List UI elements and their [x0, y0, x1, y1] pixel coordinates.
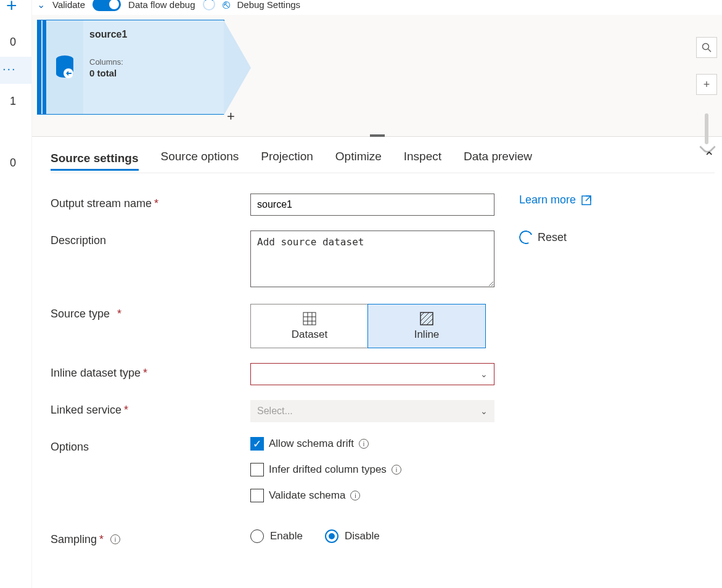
- validate-schema-label: Validate schema: [269, 489, 345, 502]
- tab-optimize[interactable]: Optimize: [335, 150, 382, 165]
- more-icon: ···: [2, 62, 17, 76]
- svg-line-12: [420, 312, 424, 316]
- rail-count-1: 1: [10, 95, 16, 108]
- external-link-icon: [581, 195, 592, 206]
- source-node-columns-value: 0 total: [89, 68, 218, 78]
- debug-settings-icon[interactable]: ⎋: [223, 0, 230, 12]
- debug-toggle-label: Data flow debug: [128, 0, 195, 10]
- reset-button[interactable]: Reset: [519, 231, 567, 244]
- tab-projection[interactable]: Projection: [261, 150, 313, 165]
- infer-types-label: Infer drifted column types: [269, 463, 387, 476]
- validate-schema-checkbox[interactable]: [250, 489, 264, 502]
- svg-line-15: [427, 319, 433, 325]
- learn-more-link[interactable]: Learn more: [519, 194, 592, 206]
- reset-icon: [517, 229, 535, 246]
- chevron-down-icon: ⌄: [480, 406, 488, 416]
- options-label: Options: [51, 437, 250, 454]
- svg-line-14: [422, 314, 433, 325]
- allow-schema-drift-checkbox[interactable]: ✓: [250, 437, 264, 451]
- info-icon[interactable]: i: [110, 534, 120, 544]
- output-stream-name-input[interactable]: [250, 194, 494, 216]
- database-icon: [54, 55, 75, 80]
- linked-service-label: Linked service*: [51, 400, 250, 417]
- infer-types-checkbox[interactable]: [250, 463, 264, 476]
- sampling-disable-label: Disable: [345, 530, 380, 542]
- settings-tabs: Source settings Source options Projectio…: [51, 149, 715, 173]
- add-icon[interactable]: +: [6, 0, 17, 16]
- source-node-title: source1: [89, 29, 218, 40]
- source-type-inline-option[interactable]: Inline: [367, 304, 486, 348]
- debug-settings-button[interactable]: Debug Settings: [237, 0, 301, 10]
- tab-data-preview[interactable]: Data preview: [464, 150, 532, 165]
- info-icon[interactable]: i: [359, 439, 369, 449]
- collapse-panel-icon[interactable]: ⌃: [704, 149, 715, 165]
- validate-button[interactable]: Validate: [52, 0, 85, 10]
- output-stream-name-label: Output stream name*: [51, 194, 250, 210]
- dataflow-debug-toggle[interactable]: [92, 0, 121, 11]
- info-icon[interactable]: i: [392, 465, 401, 475]
- description-input[interactable]: [250, 231, 494, 287]
- source-node[interactable]: source1 Columns: 0 total: [37, 20, 224, 115]
- canvas-search-button[interactable]: [696, 37, 717, 58]
- svg-rect-6: [303, 312, 316, 325]
- allow-schema-drift-label: Allow schema drift: [269, 438, 354, 450]
- svg-line-3: [708, 49, 712, 52]
- inline-hatch-icon: [419, 311, 434, 326]
- spinner-icon: [203, 0, 215, 10]
- validate-chevron-icon[interactable]: ⌄: [37, 0, 45, 10]
- dataset-grid-icon: [302, 311, 317, 326]
- dataflow-canvas[interactable]: source1 Columns: 0 total + +: [32, 15, 722, 137]
- chevron-down-icon: ⌄: [480, 369, 488, 379]
- source-type-dataset-option[interactable]: Dataset: [251, 304, 368, 348]
- left-rail: + 0 ··· 1 0: [0, 0, 32, 588]
- svg-point-2: [703, 44, 709, 50]
- tab-source-settings[interactable]: Source settings: [51, 152, 139, 171]
- inline-dataset-type-dropdown[interactable]: ⌄: [250, 363, 494, 385]
- linked-service-dropdown[interactable]: Select... ⌄: [250, 400, 494, 422]
- source-type-label: Source type*: [51, 304, 250, 321]
- sampling-label: Sampling* i: [51, 529, 250, 546]
- inline-dataset-type-label: Inline dataset type*: [51, 363, 250, 380]
- zoom-slider[interactable]: [705, 113, 708, 144]
- description-label: Description: [51, 231, 250, 247]
- tab-inspect[interactable]: Inspect: [404, 150, 441, 165]
- tab-source-options[interactable]: Source options: [161, 150, 239, 165]
- svg-line-13: [420, 312, 429, 321]
- rail-count-0: 0: [10, 36, 16, 49]
- panel-resize-handle[interactable]: [370, 134, 385, 137]
- source-settings-form: Output stream name* Learn more Descripti…: [51, 185, 722, 546]
- info-icon[interactable]: i: [350, 491, 360, 500]
- source-type-segmented: Dataset Inline: [250, 304, 486, 348]
- canvas-zoom-in-button[interactable]: +: [696, 74, 717, 95]
- source-node-columns-label: Columns:: [89, 57, 218, 67]
- add-node-icon[interactable]: +: [227, 108, 235, 125]
- rail-selected-item[interactable]: ···: [0, 57, 32, 84]
- rail-count-2: 0: [10, 157, 16, 169]
- svg-line-5: [586, 196, 591, 201]
- sampling-enable-label: Enable: [270, 530, 303, 542]
- search-icon: [702, 43, 712, 52]
- sampling-disable-radio[interactable]: [325, 529, 338, 543]
- sampling-enable-radio[interactable]: [250, 529, 264, 543]
